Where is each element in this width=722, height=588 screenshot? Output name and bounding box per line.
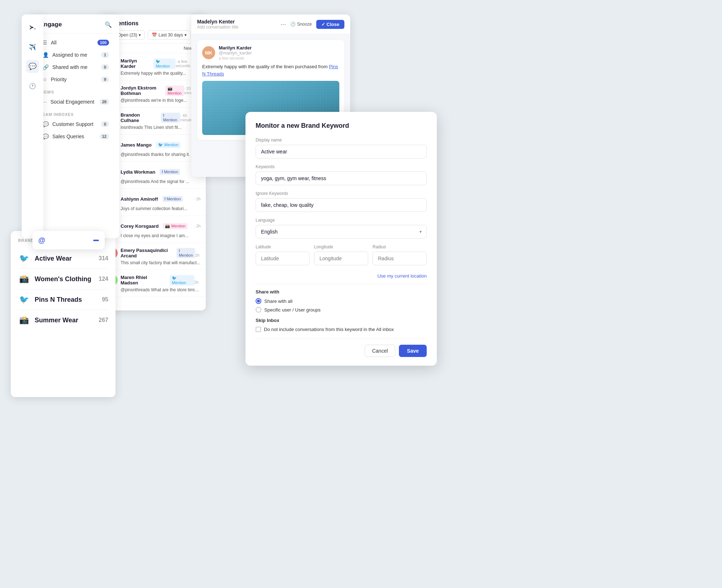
skip-inbox-checkbox[interactable]	[256, 327, 261, 332]
mention-text: @pinsnthreads What are the store timings…	[121, 287, 201, 292]
brand-keyword-name: Women's Clothing	[35, 275, 91, 283]
snooze-icon: 🕐	[290, 22, 296, 27]
radius-input[interactable]	[373, 252, 427, 265]
brand-keyword-item[interactable]: 🐦 Active Wear 314	[18, 248, 108, 269]
nav-item-customer-support[interactable]: 💬 Customer Support 0	[35, 118, 116, 130]
twitter-icon: 🐦	[19, 254, 29, 263]
brand-keyword-item[interactable]: 📸 Women's Clothing 124	[18, 269, 108, 289]
cancel-button[interactable]: Cancel	[365, 345, 396, 357]
sq-badge: 12	[100, 134, 109, 139]
mention-platform-badge: 📸 Mention	[163, 223, 187, 229]
mention-name: Lydia Workman	[121, 169, 155, 175]
close-label: Close	[327, 22, 339, 27]
skip-inbox-section: Skip Inbox Do not include conversations …	[256, 318, 427, 332]
mentions-sidebar-item[interactable]: @	[32, 231, 105, 249]
mention-name: Emery Passaquindici Arcand	[121, 248, 172, 258]
close-conversation-btn[interactable]: ✓ Close	[316, 20, 344, 29]
conv-author-name: Marilyn Karder	[219, 45, 252, 51]
more-options-icon[interactable]: ···	[280, 21, 286, 28]
engage-sidebar: Engage 🔍 ☰ All 100 👤 Assigned to me 1 🔗 …	[32, 14, 119, 238]
nav-assigned-label: Assigned to me	[52, 52, 87, 58]
nav-icon: ✈️	[29, 44, 36, 51]
nav-social-label: Social Engagement	[51, 99, 94, 105]
sidebar-icon-nav[interactable]: ✈️	[26, 40, 39, 53]
search-icon[interactable]: 🔍	[105, 21, 112, 28]
language-select[interactable]: English	[256, 225, 427, 239]
mention-platform-badge: f Mention	[161, 113, 180, 123]
nav-item-priority[interactable]: ☆ Priority 9	[35, 73, 116, 86]
mention-name: Maren Rhiel Madsen	[121, 275, 165, 286]
modal-footer: Cancel Save	[256, 339, 427, 357]
mention-name: Jordyn Ekstrom Bothman	[121, 85, 161, 96]
cs-icon: 💬	[43, 121, 49, 127]
cs-badge: 0	[101, 121, 109, 127]
logo-symbol: ≻.	[29, 24, 35, 31]
keywords-input[interactable]	[256, 171, 427, 185]
mention-item[interactable]: EP Emery Passaquindici Arcand f Mention …	[101, 243, 206, 270]
sidebar-icon-logo[interactable]: ≻.	[26, 21, 39, 34]
display-name-field: Display name	[256, 138, 427, 158]
share-all-option[interactable]: Share with all	[256, 298, 427, 304]
twitter-icon: 🐦	[19, 295, 29, 304]
conv-header-left: Madelyn Kenter Add conversation title	[197, 19, 239, 30]
monitor-keyword-modal: Monitor a new Brand Keyword Display name…	[245, 112, 437, 366]
mention-item[interactable]: MR Maren Rhiel Madsen 🐦 Mention · 2h @pi…	[101, 270, 206, 297]
display-name-input[interactable]	[256, 145, 427, 158]
nav-item-all[interactable]: ☰ All 100	[35, 36, 116, 49]
views-section-label: VIEWS	[32, 86, 119, 96]
brand-keyword-item[interactable]: 🐦 Pins N Threads 95	[18, 289, 108, 310]
shared-icon: 🔗	[43, 64, 49, 70]
brand-items-list: 🐦 Active Wear 314 📸 Women's Clothing 124…	[18, 248, 108, 330]
nav-priority-label: Priority	[51, 77, 67, 82]
conv-header: Madelyn Kenter Add conversation title ··…	[191, 14, 350, 34]
brand-keyword-item[interactable]: 📸 Summer Wear 267	[18, 310, 108, 330]
ignore-keywords-label: Ignore Keywords	[256, 191, 427, 196]
conv-title-placeholder[interactable]: Add conversation title	[197, 25, 239, 30]
checkmark-icon: ✓	[321, 22, 325, 27]
brand-keyword-name: Active Wear	[35, 255, 72, 262]
brand-platform-icon: 📸	[18, 314, 30, 326]
share-all-radio[interactable]	[256, 298, 261, 304]
geo-fields: Latitude Longitude Radius	[256, 244, 427, 271]
shared-badge: 0	[101, 64, 109, 70]
brand-keyword-count: 95	[102, 296, 108, 303]
mention-platform-badge: f Mention	[162, 196, 183, 202]
nav-sq-label: Sales Queries	[52, 134, 84, 139]
nav-item-assigned[interactable]: 👤 Assigned to me 1	[35, 49, 116, 61]
language-label: Language	[256, 218, 427, 223]
sidebar-icon-engage[interactable]: 💬	[26, 60, 39, 73]
skip-inbox-checkbox-item[interactable]: Do not include conversations from this k…	[256, 327, 427, 332]
save-button[interactable]: Save	[399, 345, 427, 357]
share-specific-radio[interactable]	[256, 307, 261, 313]
nav-item-social-engagement[interactable]: ··· Social Engagement 28	[35, 96, 116, 108]
conv-msg-user-info: Marilyn Karder @marilyn_karder a few sec…	[219, 45, 252, 60]
radius-label: Radius	[373, 244, 427, 249]
nav-item-shared[interactable]: 🔗 Shared with me 0	[35, 61, 116, 73]
brand-keyword-name: Pins N Threads	[35, 296, 82, 304]
mention-platform-badge: f Mention	[160, 169, 180, 175]
mentions-sidebar-badge	[93, 240, 99, 241]
conv-user-name: Madelyn Kenter	[197, 19, 239, 25]
assigned-badge: 1	[101, 52, 109, 58]
share-specific-option[interactable]: Specific user / User groups	[256, 307, 427, 313]
mention-text: Extremely happy with the quality...	[121, 71, 201, 76]
longitude-label: Longitude	[314, 244, 368, 249]
brand-keyword-count: 314	[99, 255, 108, 262]
brand-platform-icon: 🐦	[18, 294, 30, 305]
conv-author-handle: @marilyn_karder	[219, 51, 252, 56]
brand-keywords-panel: BRAND KEYWORDS 🐦 Active Wear 314 📸 Women…	[11, 231, 116, 397]
sidebar-icon-clock[interactable]: 🕐	[26, 79, 39, 92]
mention-time: · 2h	[194, 224, 201, 228]
ignore-keywords-input[interactable]	[256, 198, 427, 212]
date-filter-btn[interactable]: 📅 Last 30 days ▾	[148, 30, 191, 40]
mentions-filters: 📥 Open (23) ▾ 📅 Last 30 days ▾	[107, 30, 200, 40]
use-current-location-link[interactable]: Use my current location	[377, 273, 427, 279]
mention-name: Marilyn Karder	[121, 58, 149, 69]
date-filter-label: Last 30 days	[158, 32, 183, 38]
snooze-button[interactable]: 🕐 Snooze	[290, 22, 312, 27]
longitude-input[interactable]	[314, 252, 368, 265]
latitude-input[interactable]	[256, 252, 310, 265]
skip-inbox-text: Do not include conversations from this k…	[264, 327, 394, 332]
nav-item-sales-queries[interactable]: 💬 Sales Queries 12	[35, 130, 116, 143]
calendar-icon: 📅	[152, 32, 157, 38]
